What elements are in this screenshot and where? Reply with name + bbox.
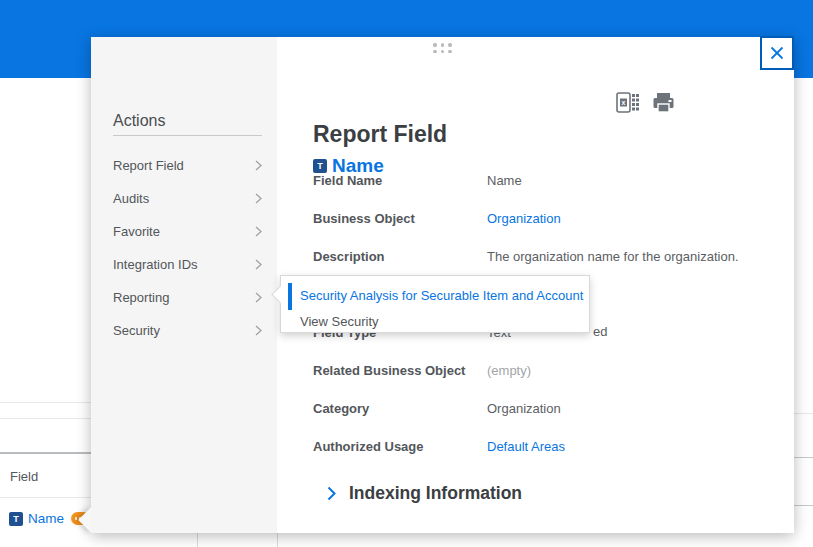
chevron-right-icon	[255, 292, 262, 303]
text-type-icon: T	[313, 159, 327, 173]
indexing-information-toggle[interactable]: Indexing Information	[327, 483, 522, 504]
detail-row: Description The organization name for th…	[277, 249, 794, 265]
chevron-right-icon	[255, 226, 262, 237]
background-divider	[794, 505, 813, 506]
detail-row: Category Organization	[277, 401, 794, 417]
detail-row: Business Object Organization	[277, 211, 794, 227]
chevron-right-icon	[255, 160, 262, 171]
menu-item-audits[interactable]: Audits	[91, 186, 277, 210]
background-column-divider	[197, 533, 198, 547]
menu-item-security[interactable]: Security	[91, 318, 277, 342]
background-divider	[794, 413, 813, 414]
background-divider	[0, 418, 91, 419]
detail-row: Field Name Name	[277, 173, 794, 189]
close-button[interactable]	[760, 36, 794, 70]
chevron-right-icon	[255, 259, 262, 270]
submenu-item-view-security[interactable]: View Security	[300, 314, 379, 329]
detail-row: Authorized Usage Default Areas	[277, 439, 794, 455]
background-divider	[0, 402, 91, 403]
background-column-divider	[277, 533, 278, 547]
menu-item-reporting[interactable]: Reporting	[91, 285, 277, 309]
menu-item-report-field[interactable]: Report Field	[91, 153, 277, 177]
background-divider	[0, 497, 91, 498]
chevron-right-icon	[255, 325, 262, 336]
actions-menu-panel: Actions Report Field Audits Favorite Int…	[91, 37, 277, 533]
submenu-item-security-analysis[interactable]: Security Analysis for Securable Item and…	[300, 288, 583, 303]
close-icon	[770, 46, 784, 60]
menu-item-favorite[interactable]: Favorite	[91, 219, 277, 243]
text-type-icon: T	[9, 512, 23, 526]
background-divider	[0, 452, 91, 454]
field-name-link[interactable]: Name	[28, 511, 64, 526]
detail-row: Related Business Object (empty)	[277, 363, 794, 379]
print-icon[interactable]	[652, 92, 675, 117]
actions-menu-title: Actions	[113, 112, 165, 130]
detail-title: Report Field	[313, 121, 447, 148]
export-excel-icon[interactable]: x	[616, 92, 639, 117]
svg-text:x: x	[622, 99, 626, 106]
authorized-usage-link[interactable]: Default Areas	[487, 439, 565, 454]
menu-item-integration-ids[interactable]: Integration IDs	[91, 252, 277, 276]
background-divider	[794, 457, 813, 458]
security-submenu: Security Analysis for Securable Item and…	[280, 275, 590, 333]
chevron-right-icon	[255, 193, 262, 204]
business-object-link[interactable]: Organization	[487, 211, 561, 226]
active-item-accent-bar	[288, 283, 292, 310]
table-column-header-field: Field	[10, 469, 38, 484]
header-icons: x	[616, 92, 675, 117]
actions-divider	[113, 135, 262, 136]
drag-handle-icon[interactable]	[91, 43, 794, 53]
chevron-right-icon	[327, 486, 336, 501]
